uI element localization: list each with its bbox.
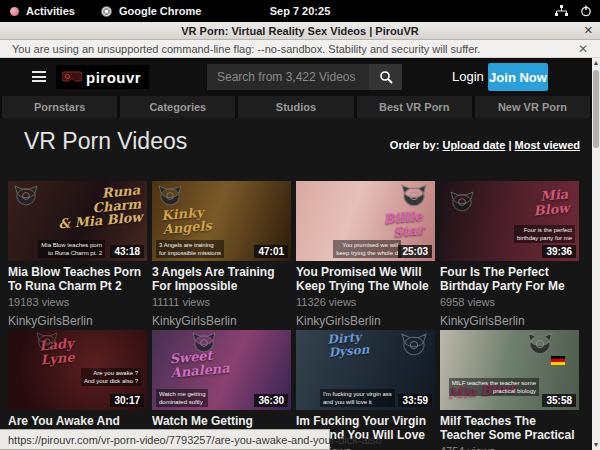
studio-link[interactable]: KinkyGirlsBerlin	[440, 314, 579, 328]
thumb-overlay-name: Mia Blow	[532, 187, 570, 217]
scroll-up-arrow-icon[interactable]: ▲	[592, 58, 600, 68]
gnome-top-bar: Activities Google Chrome Sep 7 20:25	[0, 0, 600, 22]
search-input[interactable]	[207, 64, 369, 90]
thumb-overlay-caption: Mia Blow teaches porn to Runa Charm pt. …	[38, 240, 105, 258]
power-icon[interactable]	[580, 5, 592, 17]
thumb-overlay-caption: Watch me getting dominated softly	[156, 389, 208, 407]
thumb-overlay-caption: 3 Angels are training for impossible mis…	[156, 240, 224, 258]
cat-mask-logo-icon	[14, 185, 38, 207]
thumb-overlay-name: Lady Lyne	[39, 337, 75, 367]
duration-badge: 35:58	[542, 394, 576, 407]
video-card[interactable]: Billie Star You promised we will keep tr…	[296, 181, 435, 328]
login-link[interactable]: Login	[452, 69, 484, 84]
hamburger-menu-icon[interactable]	[32, 71, 46, 82]
scrollbar-thumb[interactable]	[593, 70, 599, 148]
duration-badge: 43:18	[110, 245, 144, 258]
vertical-scrollbar[interactable]: ▲ ▼	[592, 58, 600, 450]
window-title-bar: VR Porn: Virtual Reality Sex Videos | Pi…	[0, 22, 600, 40]
nav-item-new-vr[interactable]: New VR Porn	[475, 96, 590, 118]
duration-badge: 47:01	[254, 245, 288, 258]
german-flag-icon	[551, 356, 565, 365]
video-card[interactable]: Kinky Angels 3 Angels are training for i…	[152, 181, 291, 328]
thumb-overlay-caption: I'm fucking your virgin ass and you will…	[320, 389, 395, 407]
status-url-tooltip: https://pirouvr.com/vr-porn-video/779325…	[0, 429, 330, 450]
logo-wordmark: pirouvr	[86, 69, 141, 86]
page-title: VR Porn Videos	[24, 128, 187, 155]
site-logo[interactable]: pirouvr	[56, 65, 149, 89]
vr-goggles-icon	[62, 71, 82, 83]
video-title[interactable]: Mia Blow Teaches Porn To Runa Charm Pt 2	[8, 265, 147, 293]
duration-badge: 39:36	[542, 245, 576, 258]
video-thumbnail[interactable]: Mia Blow Four is the perfect birthday pa…	[440, 181, 579, 261]
site-header: pirouvr Login Join Now	[0, 58, 592, 96]
video-thumbnail[interactable]: Billie Star You promised we will keep tr…	[296, 181, 435, 261]
thumb-overlay-name: Sweet Analena	[169, 347, 230, 379]
video-thumbnail[interactable]: Kinky Angels 3 Angels are training for i…	[152, 181, 291, 261]
video-title[interactable]: You Promised We Will Keep Trying The Who…	[296, 265, 435, 293]
order-by-label: Order by:	[390, 139, 440, 151]
video-title[interactable]: 3 Angels Are Training For Impossible Mis…	[152, 265, 291, 293]
video-card[interactable]: Runa Charm & Mia Blow Mia Blow teaches p…	[8, 181, 147, 328]
duration-badge: 25:03	[398, 245, 432, 258]
thumb-overlay-caption: Four is the perfect birthday party for m…	[514, 225, 575, 243]
nav-item-categories[interactable]: Categories	[120, 96, 235, 118]
thumb-overlay-caption: Are you awake ? And your dick also ?	[81, 368, 141, 386]
duration-badge: 33:59	[398, 394, 432, 407]
view-count: 11111 views	[152, 296, 291, 308]
cat-mask-logo-icon	[401, 184, 427, 208]
duration-badge: 36:30	[254, 394, 288, 407]
chrome-infobar: You are using an unsupported command-lin…	[0, 40, 600, 58]
studio-link[interactable]: KinkyGirlsBerlin	[8, 314, 147, 328]
video-title[interactable]: Milf Teaches The Teacher Some Practical …	[440, 414, 579, 442]
join-now-button[interactable]: Join Now	[488, 63, 548, 91]
video-thumbnail[interactable]: Runa Charm & Mia Blow Mia Blow teaches p…	[8, 181, 147, 261]
order-link-most-viewed[interactable]: Most viewed	[515, 139, 580, 151]
nav-item-studios[interactable]: Studios	[238, 96, 353, 118]
video-card[interactable]: Mia Blow MILF teaches the teacher some p…	[440, 330, 579, 450]
window-close-button[interactable]: ✕	[584, 24, 593, 37]
video-thumbnail[interactable]: Dirty Dyson I'm fucking your virgin ass …	[296, 330, 435, 410]
thumb-overlay-name: Runa Charm & Mia Blow	[55, 183, 143, 231]
cat-mask-logo-icon	[527, 332, 553, 356]
order-by: Order by: Upload date | Most viewed	[390, 139, 580, 151]
order-link-upload-date[interactable]: Upload date	[442, 139, 505, 151]
nav-item-best-vr[interactable]: Best VR Porn	[357, 96, 472, 118]
video-thumbnail[interactable]: Mia Blow MILF teaches the teacher some p…	[440, 330, 579, 410]
view-count: 6958 views	[440, 296, 579, 308]
status-url: https://pirouvr.com/vr-porn-video/779325…	[8, 434, 382, 446]
studio-link[interactable]: KinkyGirlsBerlin	[152, 314, 291, 328]
thumb-overlay-name: Billie Star	[383, 209, 424, 240]
video-thumbnail[interactable]: Sweet Analena Watch me getting dominated…	[152, 330, 291, 410]
main-nav: Pornstars Categories Studios Best VR Por…	[0, 96, 592, 118]
thumb-overlay-caption: MILF teaches the teacher some practical …	[449, 378, 539, 396]
window-title: VR Porn: Virtual Reality Sex Videos | Pi…	[181, 25, 418, 37]
infobar-message: You are using an unsupported command-lin…	[12, 43, 480, 55]
cat-mask-logo-icon	[401, 333, 427, 357]
infobar-close-icon[interactable]: ✕	[578, 42, 588, 56]
view-count: 11326 views	[296, 296, 435, 308]
screen: Activities Google Chrome Sep 7 20:25 VR …	[0, 0, 600, 450]
video-title[interactable]: Four Is The Perfect Birthday Party For M…	[440, 265, 579, 293]
view-count: 4754 views	[440, 445, 579, 450]
studio-link[interactable]: KinkyGirlsBerlin	[296, 314, 435, 328]
video-card[interactable]: Mia Blow Four is the perfect birthday pa…	[440, 181, 579, 328]
cat-mask-logo-icon	[158, 185, 182, 207]
clock[interactable]: Sep 7 20:25	[0, 5, 600, 17]
search-button[interactable]	[369, 64, 402, 90]
search-icon	[379, 70, 393, 84]
network-icon[interactable]	[555, 5, 568, 17]
thumb-overlay-name: Dirty Dyson	[327, 330, 370, 359]
thumb-overlay-name: Kinky Angels	[161, 205, 212, 236]
cat-mask-logo-icon	[450, 191, 474, 213]
thumb-overlay-caption: You promised we will keep trying the who…	[333, 240, 401, 258]
view-count: 19183 views	[8, 296, 147, 308]
duration-badge: 30:17	[110, 394, 144, 407]
nav-item-pornstars[interactable]: Pornstars	[2, 96, 117, 118]
video-thumbnail[interactable]: Lady Lyne Are you awake ? And your dick …	[8, 330, 147, 410]
scroll-down-arrow-icon[interactable]: ▼	[592, 440, 600, 450]
